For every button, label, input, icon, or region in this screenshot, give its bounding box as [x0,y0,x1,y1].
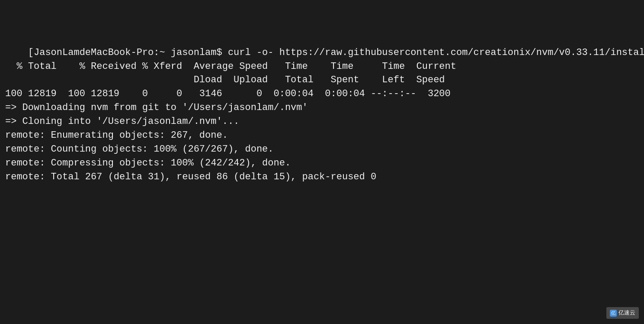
terminal-line-2: % Total % Received % Xferd Average Speed… [5,61,456,72]
terminal-line-1: [JasonLamdeMacBook-Pro:~ jasonlam$ curl … [28,47,644,58]
watermark-badge: 亿亿速云 [606,307,639,319]
terminal-line-5: => Downloading nvm from git to '/Users/j… [5,102,308,113]
watermark-text: 亿速云 [618,309,635,316]
terminal-line-3: Dload Upload Total Spent Left Speed [5,75,445,85]
terminal-line-4: 100 12819 100 12819 0 0 3146 0 0:00:04 0… [5,88,451,99]
watermark-icon: 亿 [610,310,617,317]
terminal-output: [JasonLamdeMacBook-Pro:~ jasonlam$ curl … [5,32,639,198]
terminal-line-9: remote: Compressing objects: 100% (242/2… [5,158,291,168]
terminal-line-6: => Cloning into '/Users/jasonlam/.nvm'..… [5,116,239,127]
terminal-window[interactable]: [JasonLamdeMacBook-Pro:~ jasonlam$ curl … [0,0,644,324]
terminal-line-7: remote: Enumerating objects: 267, done. [5,130,228,141]
terminal-line-10: remote: Total 267 (delta 31), reused 86 … [5,172,376,182]
terminal-line-8: remote: Counting objects: 100% (267/267)… [5,144,274,155]
